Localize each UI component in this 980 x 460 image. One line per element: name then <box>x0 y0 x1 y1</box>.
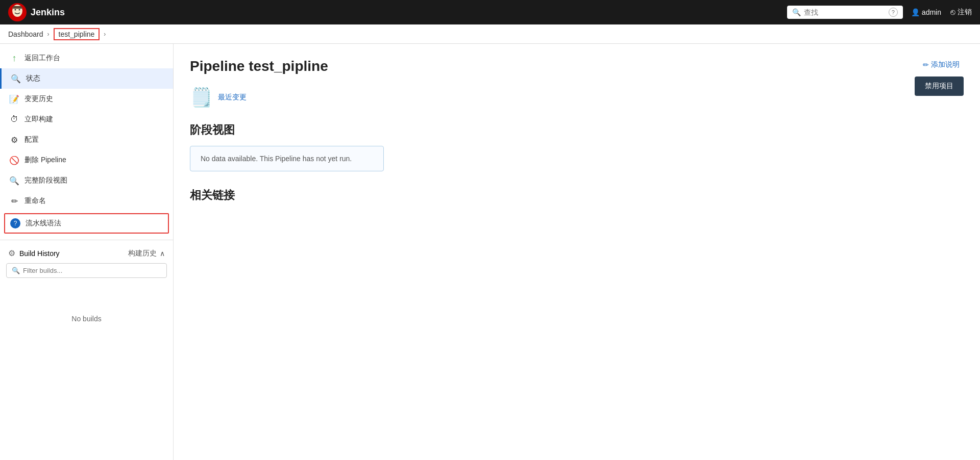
arrow-up-icon: ↑ <box>9 53 19 63</box>
sidebar-item-label: 重命名 <box>24 196 46 206</box>
pencil-blue-icon: ✏ <box>923 61 929 69</box>
filter-search-icon: 🔍 <box>12 267 20 274</box>
edit-icon: 📝 <box>9 94 19 104</box>
main-content: Pipeline test_pipline ✏ 添加说明 禁用项目 🗒️ 最近变… <box>174 44 980 460</box>
sidebar-nav: ↑ 返回工作台 🔍 状态 📝 变更历史 ⏱ 立即构建 ⚙ 配置 🚫 <box>0 44 173 240</box>
sidebar-item-pipeline-syntax[interactable]: ? 流水线语法 <box>4 213 169 234</box>
jenkins-logo-text: Jenkins <box>31 7 65 18</box>
stage-view-title: 阶段视图 <box>190 122 964 138</box>
build-history-right[interactable]: 构建历史 ∧ <box>128 249 165 258</box>
user-profile-link[interactable]: 👤 admin <box>911 8 941 16</box>
related-links-section: 相关链接 <box>190 188 964 203</box>
username-label: admin <box>922 8 941 16</box>
search-input[interactable] <box>804 8 886 16</box>
build-history-cn-label: 构建历史 <box>128 249 157 258</box>
related-links-title: 相关链接 <box>190 188 964 203</box>
sidebar-item-change-history[interactable]: 📝 变更历史 <box>0 89 173 109</box>
disable-project-button[interactable]: 禁用项目 <box>915 76 964 96</box>
build-history-left: ⚙ Build History <box>8 248 60 258</box>
svg-rect-5 <box>12 7 22 9</box>
page-title: Pipeline test_pipline <box>190 58 964 74</box>
sidebar-item-label: 变更历史 <box>24 94 53 104</box>
breadcrumb-chevron: › <box>47 31 50 38</box>
build-history-section: ⚙ Build History 构建历史 ∧ 🔍 No builds <box>0 240 173 353</box>
collapse-icon[interactable]: ∧ <box>160 249 165 258</box>
sidebar-item-delete-pipeline[interactable]: 🚫 删除 Pipeline <box>0 150 173 170</box>
build-history-header: ⚙ Build History 构建历史 ∧ <box>0 246 173 263</box>
sidebar: ↑ 返回工作台 🔍 状态 📝 变更历史 ⏱ 立即构建 ⚙ 配置 🚫 <box>0 44 174 460</box>
action-buttons: ✏ 添加说明 禁用项目 <box>915 58 964 96</box>
sidebar-item-status[interactable]: 🔍 状态 <box>0 68 173 89</box>
recent-changes-area: 🗒️ 最近变更 <box>190 87 964 108</box>
sidebar-item-label: 状态 <box>26 74 40 83</box>
build-history-title: Build History <box>19 249 60 258</box>
sidebar-item-label: 立即构建 <box>24 115 53 124</box>
sidebar-item-label: 流水线语法 <box>26 219 61 228</box>
notepad-icon: 🗒️ <box>190 87 213 108</box>
search-box[interactable]: 🔍 ? <box>787 6 903 19</box>
breadcrumb: Dashboard › test_pipline › <box>0 24 980 44</box>
no-builds-message: No builds <box>0 284 173 353</box>
svg-point-3 <box>19 9 20 11</box>
breadcrumb-chevron-2: › <box>104 31 106 38</box>
sidebar-item-config[interactable]: ⚙ 配置 <box>0 130 173 150</box>
logo[interactable]: Jenkins <box>8 3 65 21</box>
stage-view-empty-box: No data available. This Pipeline has not… <box>190 146 384 171</box>
sidebar-item-label: 配置 <box>24 135 39 144</box>
logout-icon: ⎋ <box>950 8 955 17</box>
sidebar-item-label: 返回工作台 <box>24 54 60 63</box>
clock-icon: ⏱ <box>9 114 19 124</box>
build-history-gear-icon: ⚙ <box>8 248 15 258</box>
stage-view-empty-text: No data available. This Pipeline has not… <box>201 155 352 163</box>
search-full-icon: 🔍 <box>9 175 19 186</box>
search-icon: 🔍 <box>11 73 21 84</box>
delete-icon: 🚫 <box>9 155 19 165</box>
sidebar-item-full-stage-view[interactable]: 🔍 完整阶段视图 <box>0 170 173 191</box>
user-icon: 👤 <box>911 8 920 16</box>
jenkins-logo-icon <box>8 3 27 21</box>
header: Jenkins 🔍 ? 👤 admin ⎋ 注销 <box>0 0 980 24</box>
question-icon: ? <box>10 218 20 228</box>
layout: ↑ 返回工作台 🔍 状态 📝 变更历史 ⏱ 立即构建 ⚙ 配置 🚫 <box>0 44 980 460</box>
recent-changes-link[interactable]: 最近变更 <box>218 93 247 102</box>
pencil-icon: ✏ <box>9 196 19 206</box>
filter-builds-input[interactable] <box>23 267 161 274</box>
breadcrumb-current: test_pipline <box>54 28 100 40</box>
filter-builds-box[interactable]: 🔍 <box>6 263 167 278</box>
sidebar-item-return-workspace[interactable]: ↑ 返回工作台 <box>0 48 173 68</box>
svg-point-2 <box>15 9 16 11</box>
logout-label: 注销 <box>958 8 972 17</box>
sidebar-item-label: 删除 Pipeline <box>24 156 66 165</box>
search-icon: 🔍 <box>792 8 801 16</box>
gear-icon: ⚙ <box>9 135 19 145</box>
header-right: 👤 admin ⎋ 注销 <box>911 8 972 17</box>
help-icon[interactable]: ? <box>889 8 898 17</box>
breadcrumb-dashboard[interactable]: Dashboard <box>8 30 43 38</box>
logout-link[interactable]: ⎋ 注销 <box>950 8 972 17</box>
add-description-button[interactable]: ✏ 添加说明 <box>919 58 964 71</box>
sidebar-item-label: 完整阶段视图 <box>24 176 67 185</box>
sidebar-item-build-now[interactable]: ⏱ 立即构建 <box>0 109 173 130</box>
sidebar-item-rename[interactable]: ✏ 重命名 <box>0 191 173 211</box>
